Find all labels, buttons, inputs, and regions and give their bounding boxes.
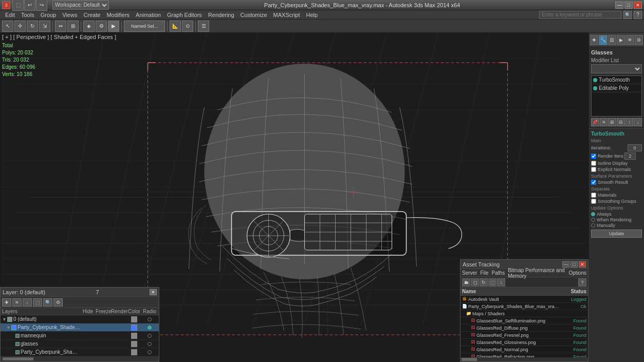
modifier-item-editablepoly[interactable]: Editable Poly bbox=[592, 84, 641, 92]
select-btn[interactable]: ↖ bbox=[2, 21, 13, 32]
mod-copy-btn[interactable]: ⊞ bbox=[608, 118, 616, 126]
menu-graph-editors[interactable]: Graph Editors bbox=[164, 11, 205, 18]
render-iters-input[interactable] bbox=[624, 153, 636, 160]
undo-btn[interactable]: ↩ bbox=[24, 0, 35, 11]
layer-color-4[interactable] bbox=[126, 349, 142, 355]
layer-color-1[interactable] bbox=[126, 325, 142, 331]
modifier-item-turbosmooth[interactable]: TurboSmooth bbox=[592, 76, 641, 84]
search-input[interactable] bbox=[539, 11, 621, 19]
material-btn[interactable]: ◈ bbox=[83, 21, 95, 32]
smooth-result-checkbox[interactable] bbox=[591, 180, 596, 185]
manually-radio[interactable] bbox=[591, 223, 595, 227]
layer-radio-1[interactable] bbox=[142, 326, 157, 330]
asset-tb-btn-3[interactable]: ↻ bbox=[480, 278, 488, 287]
mod-paste-btn[interactable]: ⊟ bbox=[617, 118, 625, 126]
asset-tb-btn-1[interactable]: 🖿 bbox=[462, 278, 470, 287]
mod-down-btn[interactable]: ↓ bbox=[634, 118, 642, 126]
asset-row-maxfile[interactable]: 📄 Party_Cyberpunk_Shades_Blue_max_vray.m… bbox=[461, 303, 588, 310]
angle-snap-btn[interactable]: ⊙ bbox=[182, 21, 193, 32]
layer-color-2[interactable] bbox=[126, 333, 142, 339]
asset-row-fresnel[interactable]: 🖼 GlassesRed_Fresnel.png Found bbox=[461, 332, 588, 339]
iterations-input[interactable] bbox=[628, 144, 642, 151]
layers-add-btn[interactable]: ✚ bbox=[2, 298, 11, 307]
move-btn[interactable]: ✢ bbox=[14, 21, 26, 32]
scale-btn[interactable]: ⇲ bbox=[39, 21, 50, 32]
display-icon[interactable]: 👁 bbox=[625, 35, 634, 45]
layer-manager-btn[interactable]: ☰ bbox=[198, 21, 209, 32]
utilities-icon[interactable]: ⚙ bbox=[635, 35, 643, 45]
menu-customize[interactable]: Customize bbox=[237, 11, 270, 18]
asset-menu-server[interactable]: Server bbox=[462, 270, 477, 276]
menu-views[interactable]: Views bbox=[59, 11, 80, 18]
layers-sel-obj-btn[interactable]: ↓ bbox=[23, 298, 32, 307]
menu-tools[interactable]: Tools bbox=[18, 11, 38, 18]
create-icon[interactable]: ✚ bbox=[590, 35, 598, 45]
layer-row-1[interactable]: ▼ Party_Cyberpunk_Shades_Blue bbox=[1, 323, 159, 332]
layer-radio-4[interactable] bbox=[142, 350, 157, 354]
render-iters-checkbox[interactable] bbox=[591, 154, 596, 159]
asset-scrollbar[interactable] bbox=[461, 357, 588, 361]
explicit-checkbox[interactable] bbox=[591, 167, 596, 172]
asset-tb-btn-4[interactable]: ⬚ bbox=[488, 278, 496, 287]
asset-row-normal[interactable]: 🖼 GlassesRed_Normal.png Found bbox=[461, 346, 588, 353]
help-btn[interactable]: ? bbox=[634, 11, 642, 19]
layer-radio-2[interactable] bbox=[142, 334, 157, 338]
layer-radio-3[interactable] bbox=[142, 342, 157, 346]
layers-delete-btn[interactable]: ✕ bbox=[12, 298, 22, 307]
modifier-dropdown[interactable] bbox=[591, 64, 642, 73]
asset-menu-file[interactable]: File bbox=[480, 270, 488, 276]
turbosmooth-title[interactable]: TurboSmooth bbox=[591, 131, 642, 137]
close-btn[interactable]: ✕ bbox=[634, 2, 642, 9]
asset-row-diffuse[interactable]: 🖼 GlassesRed_Diffuse.png Found bbox=[461, 325, 588, 332]
asset-menu-bitmap[interactable]: Bitmap Performance and Memory bbox=[508, 268, 565, 279]
menu-help[interactable]: Help bbox=[303, 11, 321, 18]
quick-access-btn[interactable]: ⬚ bbox=[12, 0, 24, 11]
motion-icon[interactable]: ▶ bbox=[617, 35, 625, 45]
menu-modifiers[interactable]: Modifiers bbox=[103, 11, 133, 18]
asset-menu-options[interactable]: Options bbox=[569, 270, 586, 276]
asset-tb-btn-2[interactable]: ◻ bbox=[471, 278, 479, 287]
menu-create[interactable]: Create bbox=[80, 11, 103, 18]
render-btn[interactable]: ▶ bbox=[108, 21, 119, 32]
asset-close-btn[interactable]: ✕ bbox=[579, 261, 586, 268]
asset-tb-btn-5[interactable]: ↕ bbox=[497, 278, 505, 287]
layers-scrollbar[interactable] bbox=[1, 356, 159, 361]
layer-row-glasses[interactable]: glasses bbox=[1, 340, 159, 348]
when-rendering-radio[interactable] bbox=[591, 218, 595, 222]
mod-remove-btn[interactable]: ✕ bbox=[600, 118, 608, 126]
layer-color-0[interactable] bbox=[126, 316, 142, 322]
modify-icon active[interactable]: 🔧 bbox=[599, 35, 607, 45]
maximize-btn[interactable]: □ bbox=[624, 2, 633, 9]
menu-edit[interactable]: Edit bbox=[2, 11, 18, 18]
align-btn[interactable]: ⊞ bbox=[67, 21, 79, 32]
asset-row-glossiness[interactable]: 🖼 GlassesRed_Glossiness.png Found bbox=[461, 339, 588, 346]
layer-color-3[interactable] bbox=[126, 341, 142, 347]
layer-expand-0[interactable]: ▼ bbox=[2, 317, 7, 322]
isoline-checkbox[interactable] bbox=[591, 161, 596, 166]
smoothing-checkbox[interactable] bbox=[591, 199, 596, 204]
mirror-btn[interactable]: ⇔ bbox=[55, 21, 66, 32]
workspace-select[interactable]: Workspace: Default bbox=[52, 1, 109, 10]
asset-help-btn[interactable]: ? bbox=[578, 278, 586, 287]
layers-settings-btn[interactable]: ⚙ bbox=[53, 298, 63, 307]
materials-checkbox[interactable] bbox=[591, 193, 596, 198]
asset-row-selfillum[interactable]: 🖼 GlassesBlue_SelfIllumination.png Found bbox=[461, 317, 588, 325]
layer-expand-1[interactable]: ▼ bbox=[6, 325, 11, 330]
asset-row-refraction[interactable]: 🖼 GlassesRed_Refraction.png Found bbox=[461, 353, 588, 357]
always-radio[interactable] bbox=[591, 212, 595, 216]
layer-row-0[interactable]: ▼ 0 (default) bbox=[1, 315, 159, 323]
mod-up-btn[interactable]: ↑ bbox=[625, 118, 634, 126]
redo-btn[interactable]: ↪ bbox=[36, 0, 47, 11]
asset-row-vault[interactable]: 🏛 Autodesk Vault Logged bbox=[461, 296, 588, 303]
snap-btn[interactable]: 📐 bbox=[170, 21, 181, 32]
asset-row-maps[interactable]: 📁 Maps / Shaders bbox=[461, 310, 588, 317]
render-setup-btn[interactable]: ⚙ bbox=[96, 21, 107, 32]
minimize-btn[interactable]: — bbox=[615, 2, 623, 9]
layer-radio-0[interactable] bbox=[142, 317, 157, 321]
menu-rendering[interactable]: Rendering bbox=[205, 11, 237, 18]
named-sel-btn[interactable]: Named Sel... bbox=[124, 21, 165, 32]
layers-close-button[interactable]: ✕ bbox=[150, 289, 157, 295]
asset-menu-paths[interactable]: Paths bbox=[492, 270, 505, 276]
rotate-btn[interactable]: ↻ bbox=[27, 21, 38, 32]
layer-row-mannequin[interactable]: mannequin bbox=[1, 332, 159, 340]
